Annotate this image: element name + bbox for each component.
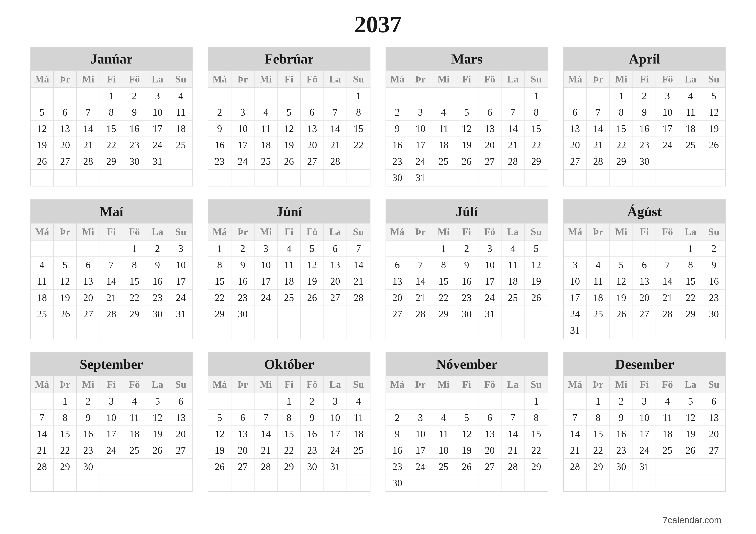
day-cell: 26: [31, 153, 54, 170]
day-cell: 18: [169, 120, 192, 137]
day-cell: 30: [386, 170, 409, 186]
week-row: [564, 170, 726, 186]
week-row: 1234: [31, 88, 192, 104]
weekday-label: Fi: [278, 71, 301, 88]
day-cell: 6: [301, 104, 324, 120]
day-cell: 27: [324, 290, 347, 306]
day-cell: 7: [347, 241, 370, 257]
day-cell: 28: [564, 459, 587, 475]
day-cell: 17: [100, 426, 123, 442]
week-row: 23242526272829: [386, 153, 548, 170]
day-cell: 10: [409, 426, 432, 442]
day-cell: [501, 306, 525, 322]
day-cell: 25: [587, 306, 610, 322]
day-cell: 29: [278, 459, 301, 475]
weekday-label: Fö: [656, 71, 679, 88]
day-cell: [208, 88, 231, 104]
week-row: 13141516171819: [386, 273, 548, 290]
day-cell: 15: [587, 426, 610, 442]
day-cell: 14: [656, 273, 679, 290]
day-cell: 19: [679, 426, 702, 442]
weekday-label: Þr: [231, 71, 255, 88]
weekday-row: MáÞrMiFiFöLaSu: [31, 71, 192, 88]
day-cell: 30: [455, 306, 478, 322]
day-cell: 5: [702, 88, 725, 104]
day-cell: 10: [169, 257, 192, 273]
month-name: Júní: [208, 200, 370, 223]
day-cell: 24: [231, 153, 255, 170]
day-cell: [656, 170, 679, 186]
day-cell: [679, 459, 702, 475]
day-cell: 21: [564, 442, 587, 459]
weekday-label: Fö: [478, 71, 501, 88]
day-cell: 15: [208, 273, 231, 290]
day-cell: [409, 475, 432, 491]
day-cell: 9: [386, 120, 409, 137]
weekday-label: Þr: [54, 71, 77, 88]
day-cell: [255, 306, 278, 322]
day-cell: 4: [656, 393, 679, 410]
day-cell: 3: [633, 393, 656, 410]
weekday-label: Þr: [587, 223, 610, 241]
weekday-label: Má: [31, 71, 54, 88]
day-cell: 8: [347, 104, 370, 120]
week-row: 16171819202122: [208, 137, 370, 153]
day-cell: 30: [633, 153, 656, 170]
day-cell: 30: [123, 153, 146, 170]
day-cell: 27: [478, 153, 501, 170]
day-cell: 2: [231, 241, 255, 257]
day-cell: 1: [278, 393, 301, 410]
day-cell: 18: [501, 273, 525, 290]
day-cell: 22: [432, 290, 455, 306]
weekday-label: Fi: [278, 376, 301, 393]
week-row: 19202122232425: [208, 442, 370, 459]
weekday-label: La: [324, 71, 347, 88]
day-cell: 8: [679, 257, 702, 273]
day-cell: 19: [54, 290, 77, 306]
day-cell: 26: [610, 306, 633, 322]
weekday-label: Fi: [100, 71, 123, 88]
day-cell: 25: [656, 442, 679, 459]
day-cell: 6: [478, 410, 501, 426]
weekday-label: Má: [208, 71, 231, 88]
weekday-label: Mi: [432, 376, 455, 393]
day-cell: 12: [455, 426, 478, 442]
day-cell: 28: [100, 306, 123, 322]
weekday-label: La: [679, 376, 702, 393]
day-cell: 9: [146, 257, 169, 273]
week-row: [208, 475, 370, 491]
day-cell: 29: [54, 459, 77, 475]
day-cell: [525, 170, 548, 186]
month-block: MaíMáÞrMiFiFöLaSu12345678910111213141516…: [30, 199, 193, 339]
day-cell: 21: [347, 273, 370, 290]
day-cell: 18: [123, 426, 146, 442]
day-cell: 8: [54, 410, 77, 426]
day-cell: 22: [525, 137, 548, 153]
week-row: 30: [386, 475, 548, 491]
day-cell: [208, 322, 231, 339]
day-cell: [587, 475, 610, 491]
day-cell: 28: [324, 153, 347, 170]
day-cell: 8: [432, 257, 455, 273]
weekday-label: Fi: [455, 71, 478, 88]
week-row: [208, 322, 370, 339]
day-cell: 26: [525, 290, 548, 306]
day-cell: 15: [100, 120, 123, 137]
weekday-label: Su: [347, 71, 370, 88]
day-cell: 23: [386, 153, 409, 170]
day-cell: 6: [169, 393, 192, 410]
weekday-label: Má: [564, 71, 587, 88]
day-cell: [478, 393, 501, 410]
day-cell: 13: [386, 273, 409, 290]
day-cell: 21: [501, 137, 525, 153]
day-cell: 27: [231, 459, 255, 475]
day-cell: 12: [525, 257, 548, 273]
weekday-label: Fö: [656, 376, 679, 393]
weekday-label: Fö: [301, 376, 324, 393]
day-cell: 30: [301, 459, 324, 475]
day-cell: [54, 475, 77, 491]
day-cell: 10: [409, 120, 432, 137]
weekday-label: Mi: [432, 71, 455, 88]
day-cell: 31: [409, 170, 432, 186]
day-cell: [432, 170, 455, 186]
